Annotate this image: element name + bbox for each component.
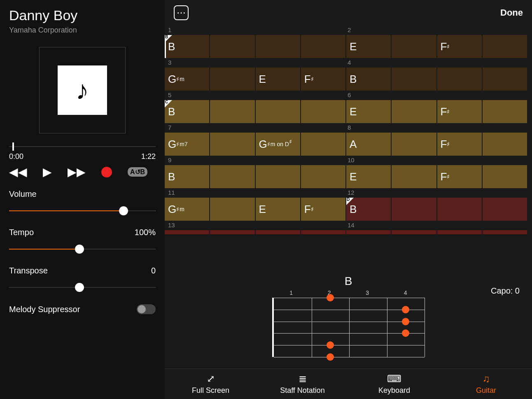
- chord-cell[interactable]: G♯m on D♯: [256, 133, 300, 156]
- transpose-value: 0: [151, 266, 156, 275]
- staff-notation-icon: ≣: [299, 373, 307, 385]
- chord-cell[interactable]: [210, 198, 254, 221]
- ab-loop-button[interactable]: A↺B: [128, 167, 147, 177]
- chord-cell[interactable]: F♯: [437, 35, 482, 58]
- transport-controls: ◀◀ ▶ ▶▶ A↺B: [9, 165, 156, 179]
- chord-cell[interactable]: [392, 100, 436, 123]
- chord-cell[interactable]: F♯: [437, 133, 482, 156]
- chord-cell[interactable]: BC: [165, 100, 209, 123]
- chord-cell[interactable]: [301, 165, 345, 188]
- chord-cell[interactable]: [165, 230, 209, 234]
- chord-cell[interactable]: G♯m7: [165, 133, 209, 156]
- fret-number: 4: [387, 289, 425, 296]
- chord-cell[interactable]: [210, 68, 254, 91]
- record-button[interactable]: [101, 167, 112, 177]
- chord-cell[interactable]: F♯: [301, 68, 345, 91]
- chord-cell[interactable]: [301, 35, 345, 58]
- tab-staff-notation[interactable]: ≣Staff Notation: [257, 369, 348, 399]
- chord-row-label: 56: [165, 91, 527, 100]
- chord-row[interactable]: G♯mEF♯B: [165, 68, 527, 91]
- chord-cell[interactable]: F♯: [301, 198, 345, 221]
- chord-row-label: 910: [165, 156, 527, 165]
- tempo-control: Tempo 100%: [9, 228, 156, 255]
- chord-cell[interactable]: F♯: [437, 100, 482, 123]
- tab-guitar[interactable]: ♫Guitar: [440, 369, 532, 399]
- chord-cell[interactable]: E: [346, 100, 391, 123]
- chord-cell[interactable]: [437, 230, 482, 234]
- tab-keyboard[interactable]: ⌨Keyboard: [348, 369, 440, 399]
- chord-cell[interactable]: [483, 133, 527, 156]
- chord-cell[interactable]: [483, 198, 527, 221]
- play-button[interactable]: ▶: [43, 165, 52, 179]
- chord-cell[interactable]: [437, 198, 482, 221]
- chord-cell[interactable]: A: [346, 133, 391, 156]
- song-artist: Yamaha Corporation: [9, 26, 156, 35]
- transpose-slider[interactable]: [9, 281, 156, 294]
- chord-row[interactable]: BBEF♯: [165, 35, 527, 58]
- chord-cell[interactable]: [392, 165, 436, 188]
- keyboard-icon: ⌨: [387, 373, 401, 385]
- chord-cell[interactable]: BD: [346, 198, 391, 221]
- tab-full-screen[interactable]: ⤢Full Screen: [165, 369, 257, 399]
- chord-cell[interactable]: [392, 133, 436, 156]
- chord-row[interactable]: G♯m7G♯m on D♯AF♯: [165, 133, 527, 156]
- rewind-button[interactable]: ◀◀: [9, 165, 27, 179]
- section-tag: D: [347, 197, 350, 202]
- chord-cell[interactable]: [256, 100, 300, 123]
- chord-cell[interactable]: E: [346, 165, 391, 188]
- chord-diagram: B Capo: 0 1234: [165, 274, 532, 369]
- chord-cell[interactable]: E: [346, 35, 391, 58]
- melody-suppressor-toggle[interactable]: [137, 304, 156, 314]
- chord-row[interactable]: [165, 230, 527, 253]
- chord-cell[interactable]: [483, 165, 527, 188]
- capo-label[interactable]: Capo: 0: [491, 286, 520, 296]
- chord-cell[interactable]: [210, 165, 254, 188]
- forward-button[interactable]: ▶▶: [68, 165, 86, 179]
- chord-cell[interactable]: E: [256, 68, 300, 91]
- chord-cell[interactable]: [392, 230, 436, 234]
- chord-cell[interactable]: [437, 68, 482, 91]
- chord-cell[interactable]: [210, 35, 254, 58]
- chord-cell[interactable]: [210, 133, 254, 156]
- melody-suppressor-control: Melody Suppressor: [9, 304, 156, 314]
- finger-dot: [402, 306, 409, 313]
- chord-cell[interactable]: [483, 68, 527, 91]
- chord-row[interactable]: BCEF♯: [165, 100, 527, 123]
- sidebar: Danny Boy Yamaha Corporation ♪ 0:00 1:22…: [0, 0, 165, 399]
- chord-cell[interactable]: [392, 35, 436, 58]
- chord-cell[interactable]: [346, 230, 391, 234]
- chord-cell[interactable]: F♯: [437, 165, 482, 188]
- chord-cell[interactable]: B: [165, 165, 209, 188]
- chord-cell[interactable]: [483, 100, 527, 123]
- chord-cell[interactable]: [483, 35, 527, 58]
- progress-slider[interactable]: [9, 142, 156, 151]
- chord-cell[interactable]: G♯m: [165, 198, 209, 221]
- chord-area[interactable]: 12BBEF♯34G♯mEF♯B56BCEF♯78G♯m7G♯m on D♯AF…: [165, 26, 532, 274]
- chord-cell[interactable]: [301, 230, 345, 234]
- chord-cell[interactable]: B: [346, 68, 391, 91]
- volume-slider[interactable]: [9, 205, 156, 217]
- done-button[interactable]: Done: [500, 7, 523, 18]
- chord-cell[interactable]: [210, 100, 254, 123]
- chord-cell[interactable]: [392, 198, 436, 221]
- main-area: ⋯ Done 12BBEF♯34G♯mEF♯B56BCEF♯78G♯m7G♯m …: [165, 0, 532, 399]
- chord-cell[interactable]: [301, 100, 345, 123]
- full-screen-icon: ⤢: [207, 373, 215, 385]
- tab-label: Full Screen: [192, 386, 229, 395]
- chord-cell[interactable]: G♯m: [165, 68, 209, 91]
- chord-row-label: 12: [165, 26, 527, 35]
- chord-cell[interactable]: [256, 165, 300, 188]
- chord-cell[interactable]: [210, 230, 254, 234]
- chord-cell[interactable]: E: [256, 198, 300, 221]
- chord-row[interactable]: G♯mEF♯BD: [165, 198, 527, 221]
- more-menu-button[interactable]: ⋯: [174, 5, 189, 20]
- chord-cell[interactable]: BB: [165, 35, 209, 58]
- chord-cell[interactable]: [256, 230, 300, 234]
- chord-cell[interactable]: [301, 133, 345, 156]
- section-tag: B: [165, 35, 168, 39]
- chord-row[interactable]: BEF♯: [165, 165, 527, 188]
- tempo-slider[interactable]: [9, 243, 156, 255]
- chord-cell[interactable]: [483, 230, 527, 234]
- chord-cell[interactable]: [392, 68, 436, 91]
- chord-cell[interactable]: [256, 35, 300, 58]
